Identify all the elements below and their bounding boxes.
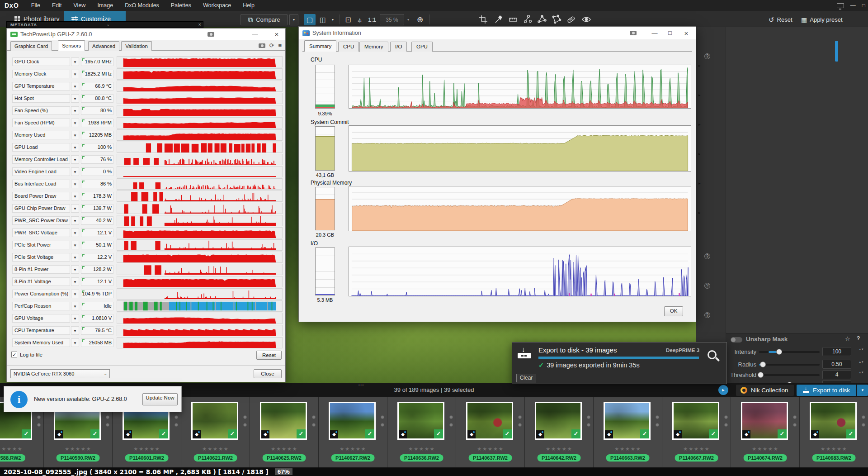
- star-rating[interactable]: ★★★★★: [44, 446, 113, 452]
- thumbnail-cell[interactable]: ◆✓★★★★★P1140667.RW2: [662, 397, 731, 467]
- thumbnail-image[interactable]: ◆✓: [742, 403, 787, 438]
- eyedropper-tool-button[interactable]: [494, 14, 505, 25]
- sensor-dropdown-icon[interactable]: ▼: [71, 277, 79, 286]
- sysinfo-maximize-button[interactable]: □: [666, 29, 674, 36]
- thumbnail-image[interactable]: ◆✓: [399, 403, 443, 438]
- filename-pill[interactable]: P1140642.RW2: [537, 454, 581, 462]
- update-now-button[interactable]: Update Now: [142, 393, 178, 405]
- sensor-dropdown-icon[interactable]: ▼: [71, 119, 79, 127]
- expand-triangle-icon[interactable]: ▸: [698, 152, 701, 156]
- menu-item-palettes[interactable]: Palettes: [165, 2, 197, 9]
- gpu-device-select[interactable]: NVIDIA GeForce RTX 3060 ⌄: [10, 369, 110, 378]
- filename-pill[interactable]: P1140663.RW2: [606, 454, 650, 462]
- expand-triangle-icon[interactable]: ▸: [698, 63, 701, 68]
- log-to-file-row[interactable]: ✓ Log to file: [11, 352, 42, 357]
- star-rating[interactable]: ★★★★★: [250, 446, 319, 452]
- sensor-dropdown-icon[interactable]: ▼: [71, 70, 79, 78]
- gpuz-tab-validation[interactable]: Validation: [121, 41, 152, 51]
- sysinfo-close-button[interactable]: ×: [682, 29, 690, 37]
- menu-item-view[interactable]: View: [68, 2, 92, 9]
- star-rating[interactable]: ★★★★★: [181, 446, 250, 452]
- gpuz-tab-advanced[interactable]: Advanced: [88, 41, 119, 51]
- thumbnail-cell[interactable]: ◆✓★★★★★P1140636.RW2: [387, 397, 456, 467]
- sensor-dropdown-icon[interactable]: ▼: [71, 167, 79, 176]
- compare-button[interactable]: ⧉ Compare: [241, 14, 288, 25]
- unsharp-toggle[interactable]: [731, 337, 742, 343]
- thumbnail-cell[interactable]: ◆✓★★★★★P1140642.RW2: [525, 397, 594, 467]
- expand-triangle-icon[interactable]: ▸: [698, 181, 701, 186]
- sensor-dropdown-icon[interactable]: ▼: [71, 253, 79, 262]
- slider-knob[interactable]: [760, 362, 766, 367]
- sensor-dropdown-icon[interactable]: ▼: [71, 241, 79, 249]
- filename-pill[interactable]: P1140674.RW2: [743, 454, 787, 462]
- sensor-dropdown-icon[interactable]: ▼: [71, 155, 79, 164]
- star-rating[interactable]: ★★★★★: [525, 446, 594, 452]
- thumbnail-cell[interactable]: ◆✓★★★★★P1140627.RW2: [319, 397, 387, 467]
- crop-tool-button[interactable]: [478, 14, 489, 25]
- compare-dropdown[interactable]: ▾: [289, 14, 298, 25]
- sensor-dropdown-icon[interactable]: ▼: [71, 265, 79, 274]
- panel-help-icon[interactable]: ?: [704, 312, 710, 318]
- filename-pill[interactable]: P1140637.RW2: [468, 454, 512, 462]
- value-box[interactable]: 100: [822, 347, 851, 356]
- filename-pill[interactable]: P1140590.RW2: [56, 454, 100, 462]
- gpuz-refresh-icon[interactable]: ⟳: [269, 42, 274, 49]
- sensor-dropdown-icon[interactable]: ▼: [71, 204, 79, 213]
- sensor-dropdown-icon[interactable]: ▼: [71, 314, 79, 323]
- sysinfo-tab-summary[interactable]: Summary: [304, 40, 336, 52]
- thumbnail-cell[interactable]: ◆✓★★★★★P1140683.RW2: [800, 397, 868, 467]
- thumbnail-image[interactable]: ◆✓: [467, 403, 512, 438]
- slider-knob[interactable]: [758, 372, 764, 378]
- sysinfo-tab-memory[interactable]: Memory: [359, 42, 388, 52]
- horizon-tool-button[interactable]: [508, 14, 519, 25]
- sensor-dropdown-icon[interactable]: ▼: [71, 82, 79, 90]
- filename-pill[interactable]: P1140625.RW2: [262, 454, 306, 462]
- thumbnail-image[interactable]: ◆✓: [605, 403, 649, 438]
- menu-item-workspace[interactable]: Workspace: [197, 2, 237, 9]
- slider-knob[interactable]: [776, 349, 782, 355]
- zoom-1to1-button[interactable]: 1:1: [366, 14, 378, 25]
- sensor-dropdown-icon[interactable]: ▼: [71, 106, 79, 115]
- stepper-icons[interactable]: ▴ ▾: [858, 370, 864, 379]
- gpuz-tab-sensors[interactable]: Sensors: [58, 40, 85, 51]
- thumbnail-image[interactable]: ◆✓: [811, 403, 855, 438]
- sensor-dropdown-icon[interactable]: ▼: [71, 338, 79, 347]
- gpuz-menu-icon[interactable]: ≡: [278, 42, 282, 49]
- filename-pill[interactable]: P1140627.RW2: [331, 454, 375, 462]
- sensor-dropdown-icon[interactable]: ▼: [71, 57, 79, 66]
- maximize-button[interactable]: □: [862, 2, 865, 9]
- export-options-dropdown[interactable]: ▾: [857, 385, 868, 396]
- thumbnail-cell[interactable]: ◆✓★★★★★P1140637.RW2: [456, 397, 525, 467]
- gpuz-camera-icon[interactable]: [259, 43, 265, 48]
- sensor-dropdown-icon[interactable]: ▼: [71, 94, 79, 103]
- control-point-tool-button[interactable]: [523, 14, 533, 25]
- panel-help-icon[interactable]: ?: [704, 253, 710, 259]
- fit-screen-button[interactable]: ⊡: [343, 14, 354, 25]
- thumbnail-image[interactable]: ◆✓: [674, 403, 718, 438]
- minimize-button[interactable]: —: [850, 2, 856, 9]
- slider-track[interactable]: [759, 351, 820, 353]
- pan-button[interactable]: [354, 14, 365, 25]
- sysinfo-minimize-button[interactable]: —: [651, 29, 659, 36]
- log-checkbox[interactable]: ✓: [11, 352, 17, 357]
- value-box[interactable]: 0.50: [822, 360, 851, 369]
- sensor-dropdown-icon[interactable]: ▼: [71, 192, 79, 200]
- thumbnail-cell[interactable]: ◆✓★★★★★P1140674.RW2: [731, 397, 800, 467]
- ok-button[interactable]: OK: [664, 306, 683, 316]
- star-rating[interactable]: ★★★★★: [594, 446, 662, 452]
- filename-pill[interactable]: P1140621.RW2: [193, 454, 237, 462]
- gpuz-titlebar[interactable]: TechPowerUp GPU-Z 2.60.0 — ×: [7, 29, 285, 40]
- star-rating[interactable]: ★★★★★: [456, 446, 525, 452]
- thumbnail-image[interactable]: ◆✓: [330, 403, 374, 438]
- repair-tool-button[interactable]: [566, 14, 577, 25]
- star-rating[interactable]: ★★★★★: [800, 446, 868, 452]
- thumbnail-cell[interactable]: ◆✓★★★★★P1140625.RW2: [250, 397, 319, 467]
- nik-collection-button[interactable]: Nik Collection: [736, 385, 794, 396]
- star-rating[interactable]: ★★★★★: [387, 446, 456, 452]
- star-rating[interactable]: ★★★★★: [0, 446, 44, 452]
- star-rating[interactable]: ★★★★★: [113, 446, 181, 452]
- sysinfo-tab-cpu[interactable]: CPU: [338, 42, 359, 52]
- sensor-dropdown-icon[interactable]: ▼: [71, 326, 79, 335]
- sysinfo-titlebar[interactable]: System Information — □ ×: [299, 27, 696, 39]
- menu-item-edit[interactable]: Edit: [46, 2, 68, 9]
